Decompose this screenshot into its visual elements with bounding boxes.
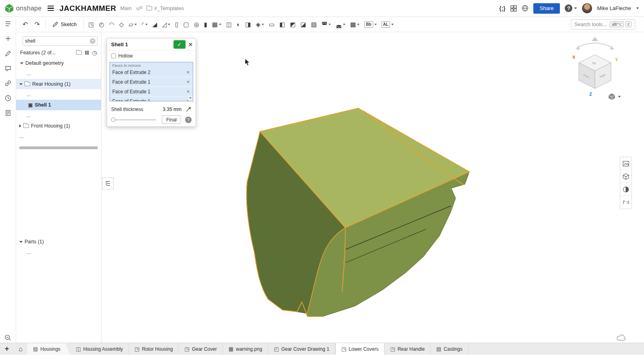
chevron-down-icon[interactable]	[19, 83, 23, 85]
list-scroll-arrow[interactable]	[188, 96, 192, 101]
tree-item-front-housing[interactable]: Front Housing (1)	[16, 121, 101, 131]
tool-replace-face[interactable]: ◩	[288, 21, 297, 28]
tool-shell[interactable]: ▢	[182, 21, 190, 28]
tool-rib[interactable]: ▯	[173, 21, 180, 28]
tool-transform[interactable]: ◈	[254, 21, 266, 28]
dialog-help-icon[interactable]: ?	[185, 117, 192, 123]
tab-warning-png[interactable]: ▦ warning.png	[223, 343, 268, 355]
featurescript-icon[interactable]: {;}	[499, 5, 506, 12]
tab-castings[interactable]: ▤ Castings	[431, 343, 469, 355]
chevron-down-icon[interactable]	[357, 24, 359, 25]
document-title[interactable]: JACKHAMMER	[60, 4, 116, 13]
feature-list-flyout-button[interactable]	[102, 177, 114, 189]
thickness-value[interactable]: 3.35 mm	[163, 107, 182, 112]
remove-face-icon[interactable]: ×	[186, 88, 190, 95]
suppress-icon[interactable]	[85, 51, 89, 55]
tab-rotor-housing[interactable]: ◳ Rotor Housing	[129, 343, 179, 355]
chevron-down-icon[interactable]	[19, 241, 23, 243]
tree-item-shell-1[interactable]: ▣ Shell 1	[16, 100, 101, 110]
onshape-logo-icon[interactable]	[5, 4, 14, 13]
folder-path[interactable]: #_Templates	[154, 5, 184, 11]
cancel-button[interactable]: ×	[188, 41, 193, 48]
remove-face-icon[interactable]: ×	[186, 79, 190, 85]
sketch-button[interactable]: Sketch	[48, 20, 81, 29]
feature-list-icon[interactable]	[4, 19, 12, 28]
tool-thread[interactable]: ▮	[202, 21, 208, 28]
tree-item-default-geometry[interactable]: Default geometry	[16, 58, 101, 68]
tree-more-items[interactable]: ...	[16, 131, 101, 142]
section-view-icon[interactable]	[620, 183, 632, 196]
tool-delete-part[interactable]: ▭	[267, 21, 276, 28]
hamburger-menu-icon[interactable]	[47, 6, 54, 11]
preview-search-icon[interactable]	[4, 333, 12, 342]
slider-knob[interactable]	[111, 117, 116, 122]
tool-fillet[interactable]: ◜	[140, 21, 149, 28]
chevron-down-icon[interactable]	[328, 24, 331, 25]
parts-more-items[interactable]: ...	[16, 247, 101, 257]
measure-arrow-icon[interactable]	[186, 106, 192, 112]
help-menu[interactable]: ?	[565, 4, 577, 12]
chevron-down-icon[interactable]	[145, 24, 148, 25]
search-tools-box[interactable]: Search tools... alt/⌥ c	[571, 19, 635, 30]
tool-thicken[interactable]: ▱	[127, 21, 138, 28]
mate-connector-icon[interactable]	[4, 79, 12, 88]
feature-filter-input[interactable]	[25, 38, 90, 44]
tool-chamfer[interactable]: ◢	[151, 21, 159, 28]
chevron-down-icon[interactable]	[20, 62, 23, 64]
tree-more-items[interactable]: ...	[16, 68, 101, 79]
edit-icon[interactable]	[4, 49, 12, 58]
chevron-down-icon[interactable]	[262, 24, 264, 25]
tool-sweep[interactable]: ◠	[107, 21, 116, 28]
tool-surface-tools[interactable]: ◚	[320, 21, 333, 28]
hollow-checkbox[interactable]	[111, 53, 116, 58]
tab-housing-assembly[interactable]: ◫ Housing Assembly	[70, 343, 129, 355]
clear-filter-icon[interactable]: ×	[90, 38, 95, 44]
view-mode-button[interactable]	[608, 93, 621, 101]
view-modes-icon[interactable]	[620, 170, 632, 183]
remove-face-icon[interactable]: ×	[186, 69, 190, 75]
workspace-branch[interactable]: Main	[120, 5, 132, 11]
apps-grid-icon[interactable]	[510, 5, 517, 12]
insert-folder-icon[interactable]	[76, 50, 82, 56]
tool-move-face[interactable]: ◧	[278, 21, 287, 28]
tree-more-items[interactable]: ...	[16, 89, 101, 100]
chevron-down-icon[interactable]	[219, 24, 221, 25]
notes-icon[interactable]	[4, 109, 12, 117]
chevron-down-icon[interactable]	[391, 24, 394, 25]
tool-revolve[interactable]: ◴	[97, 21, 106, 28]
tool-loft[interactable]: ◇	[118, 21, 126, 28]
tool-boolean[interactable]: ◐	[235, 21, 242, 28]
tool-fill-surface[interactable]: ▨	[310, 21, 318, 28]
tab-rear-handle[interactable]: ◳ Rear Handle	[384, 343, 431, 355]
thickness-slider[interactable]	[111, 119, 156, 120]
tool-sheet-metal[interactable]: ▩	[349, 21, 361, 28]
chevron-down-icon[interactable]	[168, 24, 170, 25]
chevron-right-icon[interactable]	[19, 124, 21, 128]
tool-custom-bb[interactable]: Bb	[363, 21, 378, 29]
help-icon[interactable]: ?	[565, 4, 572, 12]
chevron-down-icon[interactable]	[134, 24, 137, 25]
rollback-bar[interactable]	[19, 146, 98, 149]
tab-lower-covers[interactable]: ◳ Lower Covers	[335, 343, 384, 355]
final-button[interactable]: Final	[162, 115, 181, 124]
tool-offset-surface[interactable]: ◪	[299, 21, 308, 28]
share-button[interactable]: Share	[533, 3, 560, 14]
redo-button[interactable]: ↷	[31, 20, 43, 29]
sync-status-icon[interactable]	[617, 335, 626, 341]
undo-button[interactable]: ↶	[19, 20, 31, 29]
globe-icon[interactable]	[522, 5, 528, 12]
face-item[interactable]: Face of Extrude 1 ×	[110, 87, 193, 97]
named-views-icon[interactable]	[620, 196, 632, 209]
tool-mirror[interactable]: ◫	[225, 21, 233, 28]
face-item[interactable]: Face of Extrude 1 ×	[110, 77, 193, 87]
tool-curve-tools[interactable]: ◛	[334, 21, 347, 28]
home-button[interactable]: ⌂	[14, 343, 27, 355]
tab-gear-cover-drawing-1[interactable]: ◰ Gear Cover Drawing 1	[268, 343, 335, 355]
view-cube[interactable]: Top Front Right X Y Z	[567, 35, 623, 100]
tab-gear-cover[interactable]: ◳ Gear Cover	[179, 343, 223, 355]
display-options-icon[interactable]	[620, 157, 632, 170]
chevron-down-icon[interactable]	[343, 24, 345, 25]
user-name[interactable]: Mike LaFleche	[597, 5, 631, 11]
chevron-down-icon[interactable]	[374, 24, 377, 25]
link-icon[interactable]	[136, 5, 142, 11]
